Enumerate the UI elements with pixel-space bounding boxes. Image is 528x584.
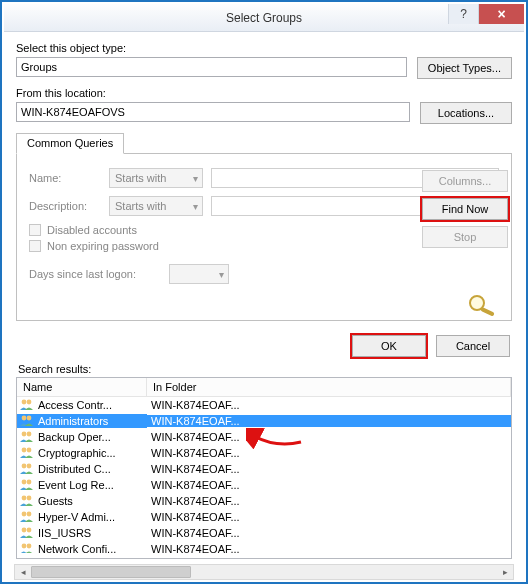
svg-point-15 <box>27 496 32 501</box>
svg-point-3 <box>27 400 32 405</box>
row-folder: WIN-K874EOAF... <box>147 511 511 523</box>
table-row[interactable]: Event Log Re...WIN-K874EOAF... <box>17 477 511 493</box>
row-folder: WIN-K874EOAF... <box>147 527 511 539</box>
cancel-button[interactable]: Cancel <box>436 335 510 357</box>
days-since-logon-combo[interactable] <box>169 264 229 284</box>
find-now-button[interactable]: Find Now <box>422 198 508 220</box>
row-name: Cryptographic... <box>38 447 116 459</box>
description-match-combo[interactable]: Starts with <box>109 196 203 216</box>
svg-point-20 <box>22 544 27 549</box>
group-icon <box>19 414 35 428</box>
scroll-thumb[interactable] <box>31 566 191 578</box>
svg-point-11 <box>27 464 32 469</box>
search-icon <box>466 292 500 322</box>
checkbox-icon <box>29 224 41 236</box>
row-name: Event Log Re... <box>38 479 114 491</box>
object-type-field[interactable]: Groups <box>16 57 407 77</box>
column-header-folder[interactable]: In Folder <box>147 378 511 396</box>
horizontal-scrollbar[interactable]: ◂ ▸ <box>14 564 514 580</box>
svg-point-21 <box>27 544 32 549</box>
group-icon <box>19 526 35 540</box>
location-label: From this location: <box>16 87 512 99</box>
table-row[interactable]: Cryptographic...WIN-K874EOAF... <box>17 445 511 461</box>
svg-point-8 <box>22 448 27 453</box>
location-field[interactable]: WIN-K874EOAFOVS <box>16 102 410 122</box>
svg-point-19 <box>27 528 32 533</box>
group-icon <box>19 510 35 524</box>
group-icon <box>19 398 35 412</box>
svg-point-6 <box>22 432 27 437</box>
row-folder: WIN-K874EOAF... <box>147 543 511 553</box>
svg-rect-1 <box>480 307 494 316</box>
name-match-combo[interactable]: Starts with <box>109 168 203 188</box>
object-type-label: Select this object type: <box>16 42 512 54</box>
row-folder: WIN-K874EOAF... <box>147 447 511 459</box>
row-name: Distributed C... <box>38 463 111 475</box>
row-name: Guests <box>38 495 73 507</box>
row-name: Access Contr... <box>38 399 112 411</box>
group-icon <box>19 430 35 444</box>
disabled-accounts-label: Disabled accounts <box>47 224 137 236</box>
row-name: Backup Oper... <box>38 431 111 443</box>
column-header-name[interactable]: Name <box>17 378 147 396</box>
table-row[interactable]: Access Contr...WIN-K874EOAF... <box>17 397 511 413</box>
table-row[interactable]: Hyper-V Admi...WIN-K874EOAF... <box>17 509 511 525</box>
ok-button[interactable]: OK <box>352 335 426 357</box>
non-expiring-label: Non expiring password <box>47 240 159 252</box>
group-icon <box>19 446 35 460</box>
svg-point-7 <box>27 432 32 437</box>
svg-point-18 <box>22 528 27 533</box>
table-row[interactable]: AdministratorsWIN-K874EOAF... <box>17 413 511 429</box>
row-name: IIS_IUSRS <box>38 527 91 539</box>
svg-point-14 <box>22 496 27 501</box>
svg-point-0 <box>470 296 484 310</box>
svg-point-12 <box>22 480 27 485</box>
scroll-left-button[interactable]: ◂ <box>15 565 31 579</box>
group-icon <box>19 462 35 476</box>
row-folder: WIN-K874EOAF... <box>147 399 511 411</box>
table-row[interactable]: Network Confi...WIN-K874EOAF... <box>17 541 511 553</box>
table-row[interactable]: GuestsWIN-K874EOAF... <box>17 493 511 509</box>
days-since-logon-label: Days since last logon: <box>29 268 169 280</box>
svg-point-4 <box>22 416 27 421</box>
group-icon <box>19 542 35 553</box>
svg-point-5 <box>27 416 32 421</box>
scroll-right-button[interactable]: ▸ <box>497 565 513 579</box>
svg-point-9 <box>27 448 32 453</box>
object-types-button[interactable]: Object Types... <box>417 57 512 79</box>
row-folder: WIN-K874EOAF... <box>147 431 511 443</box>
table-row[interactable]: Distributed C...WIN-K874EOAF... <box>17 461 511 477</box>
search-results-label: Search results: <box>4 363 524 377</box>
window-controls: ? × <box>448 4 524 26</box>
row-name: Administrators <box>38 415 108 427</box>
search-results-list[interactable]: Name In Folder Access Contr...WIN-K874EO… <box>16 377 512 559</box>
row-folder: WIN-K874EOAF... <box>147 479 511 491</box>
row-folder: WIN-K874EOAF... <box>147 463 511 475</box>
results-header: Name In Folder <box>17 378 511 397</box>
locations-button[interactable]: Locations... <box>420 102 512 124</box>
row-name: Hyper-V Admi... <box>38 511 115 523</box>
stop-button: Stop <box>422 226 508 248</box>
svg-point-2 <box>22 400 27 405</box>
svg-point-13 <box>27 480 32 485</box>
tab-common-queries[interactable]: Common Queries <box>16 133 124 154</box>
titlebar: Select Groups ? × <box>4 4 524 32</box>
group-icon <box>19 478 35 492</box>
row-name: Network Confi... <box>38 543 116 553</box>
row-folder: WIN-K874EOAF... <box>147 415 511 427</box>
group-icon <box>19 494 35 508</box>
help-button[interactable]: ? <box>448 4 478 24</box>
name-label: Name: <box>29 172 109 184</box>
columns-button: Columns... <box>422 170 508 192</box>
svg-point-17 <box>27 512 32 517</box>
dialog-title: Select Groups <box>4 11 524 25</box>
description-label: Description: <box>29 200 109 212</box>
close-button[interactable]: × <box>478 4 524 24</box>
svg-point-16 <box>22 512 27 517</box>
checkbox-icon <box>29 240 41 252</box>
row-folder: WIN-K874EOAF... <box>147 495 511 507</box>
table-row[interactable]: Backup Oper...WIN-K874EOAF... <box>17 429 511 445</box>
table-row[interactable]: IIS_IUSRSWIN-K874EOAF... <box>17 525 511 541</box>
svg-point-10 <box>22 464 27 469</box>
